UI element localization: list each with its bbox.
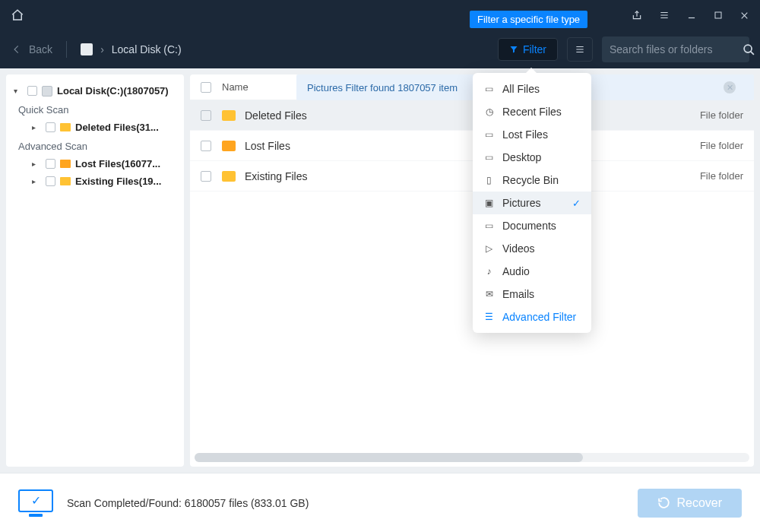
chevron-right-icon[interactable]: ▸ xyxy=(32,177,41,185)
back-label: Back xyxy=(29,43,52,55)
row-type: File folder xyxy=(700,140,743,151)
sidebar: ▾ Local Disk(C:)(1807057) Quick Scan ▸ D… xyxy=(6,74,184,467)
back-button[interactable]: Back xyxy=(11,43,52,55)
folder-icon xyxy=(222,171,236,182)
filter-label: Filter xyxy=(523,43,546,55)
filter-option-documents[interactable]: ▭Documents xyxy=(473,214,591,237)
filter-option-desktop[interactable]: ▭Desktop xyxy=(473,146,591,169)
checkbox[interactable] xyxy=(46,122,55,132)
filter-option-recent-files[interactable]: ◷Recent Files xyxy=(473,100,591,123)
tree-section-quick: Quick Scan xyxy=(11,100,179,119)
maximize-icon[interactable] xyxy=(714,11,723,20)
scan-status: Scan Completed/Found: 6180057 files (833… xyxy=(67,497,309,509)
recover-button[interactable]: Recover xyxy=(638,489,742,518)
content-pane: Pictures Filter found 1807057 item 00) ✕… xyxy=(190,74,754,467)
tree-item[interactable]: ▸ Existing Files(19... xyxy=(11,173,179,190)
tree-section-advanced: Advanced Scan xyxy=(11,136,179,155)
table-row[interactable]: Existing Files File folder xyxy=(190,161,754,192)
row-type: File folder xyxy=(700,170,743,182)
column-name[interactable]: Name xyxy=(222,81,249,93)
share-icon[interactable] xyxy=(632,10,642,21)
checkbox[interactable] xyxy=(46,159,55,169)
file-icon: ▭ xyxy=(483,84,495,95)
video-icon: ▷ xyxy=(483,243,495,255)
trash-icon: ▯ xyxy=(483,175,495,186)
filter-option-recycle-bin[interactable]: ▯Recycle Bin xyxy=(473,169,591,192)
filter-option-emails[interactable]: ✉Emails xyxy=(473,283,591,306)
folder-icon xyxy=(60,177,71,185)
filter-option-videos[interactable]: ▷Videos xyxy=(473,237,591,260)
tree-root[interactable]: ▾ Local Disk(C:)(1807057) xyxy=(11,82,179,100)
tree-item[interactable]: ▸ Lost Files(16077... xyxy=(11,155,179,173)
home-icon[interactable] xyxy=(11,8,24,22)
email-icon: ✉ xyxy=(483,289,495,300)
filter-option-lost-files[interactable]: ▭Lost Files xyxy=(473,123,591,146)
view-toggle-button[interactable] xyxy=(567,37,593,62)
clock-icon: ◷ xyxy=(483,106,495,118)
desktop-icon: ▭ xyxy=(483,152,495,163)
select-all-checkbox[interactable] xyxy=(201,82,211,93)
search-icon[interactable] xyxy=(743,43,755,56)
table-row[interactable]: Deleted Files File folder xyxy=(190,100,754,131)
tree-item-label: Existing Files(19... xyxy=(75,176,161,187)
tree-item-label: Lost Files(16077... xyxy=(75,158,160,169)
filter-option-pictures[interactable]: ▣Pictures✓ xyxy=(473,192,591,214)
filter-option-all-files[interactable]: ▭All Files xyxy=(473,78,591,100)
breadcrumb-label: Local Disk (C:) xyxy=(112,43,182,55)
checkbox[interactable] xyxy=(201,141,211,151)
horizontal-scrollbar[interactable] xyxy=(195,453,749,462)
lost-icon: ▭ xyxy=(483,129,495,141)
checkbox[interactable] xyxy=(46,176,55,186)
scan-complete-icon: ✓ xyxy=(18,489,53,517)
footer: ✓ Scan Completed/Found: 6180057 files (8… xyxy=(0,473,760,532)
filter-tooltip: Filter a specific file type xyxy=(470,11,587,28)
sliders-icon: ☰ xyxy=(483,312,495,323)
tree-item-label: Deleted Files(31... xyxy=(75,122,159,133)
chevron-right-icon[interactable]: ▸ xyxy=(32,160,41,168)
search-input[interactable] xyxy=(610,43,743,55)
disk-icon xyxy=(42,86,52,97)
recover-label: Recover xyxy=(676,496,722,510)
menu-icon[interactable] xyxy=(659,10,670,21)
tree-root-label: Local Disk(C:)(1807057) xyxy=(57,85,169,97)
filter-option-audio[interactable]: ♪Audio xyxy=(473,260,591,283)
checkbox[interactable] xyxy=(201,110,211,121)
folder-icon xyxy=(222,141,236,151)
scrollbar-thumb[interactable] xyxy=(195,453,583,462)
folder-icon xyxy=(60,123,71,131)
check-icon: ✓ xyxy=(572,198,581,209)
row-type: File folder xyxy=(700,109,743,121)
banner-close-icon[interactable]: ✕ xyxy=(724,81,736,93)
filter-dropdown: ▭All Files ◷Recent Files ▭Lost Files ▭De… xyxy=(473,73,591,333)
breadcrumb[interactable]: › Local Disk (C:) xyxy=(81,43,181,55)
folder-icon xyxy=(60,160,71,168)
search-box[interactable] xyxy=(602,36,749,62)
titlebar xyxy=(0,0,760,30)
close-icon[interactable] xyxy=(739,11,749,21)
filter-option-advanced[interactable]: ☰Advanced Filter xyxy=(473,306,591,328)
svg-point-1 xyxy=(744,45,752,52)
checkbox[interactable] xyxy=(27,86,37,96)
minimize-icon[interactable] xyxy=(686,10,697,21)
picture-icon: ▣ xyxy=(483,198,495,209)
filter-button[interactable]: Filter xyxy=(498,38,558,61)
divider xyxy=(66,41,67,58)
chevron-right-icon[interactable]: ▸ xyxy=(32,123,41,131)
audio-icon: ♪ xyxy=(483,266,495,277)
folder-icon xyxy=(222,110,236,121)
disk-icon xyxy=(81,43,93,55)
checkbox[interactable] xyxy=(201,171,211,182)
document-icon: ▭ xyxy=(483,220,495,232)
tree-item[interactable]: ▸ Deleted Files(31... xyxy=(11,119,179,136)
chevron-down-icon[interactable]: ▾ xyxy=(14,87,23,95)
table-row[interactable]: Lost Files File folder xyxy=(190,131,754,161)
toolbar: Back › Local Disk (C:) Filter xyxy=(0,30,760,68)
banner-text: Pictures Filter found 1807057 item xyxy=(307,82,458,93)
svg-rect-0 xyxy=(715,12,721,18)
